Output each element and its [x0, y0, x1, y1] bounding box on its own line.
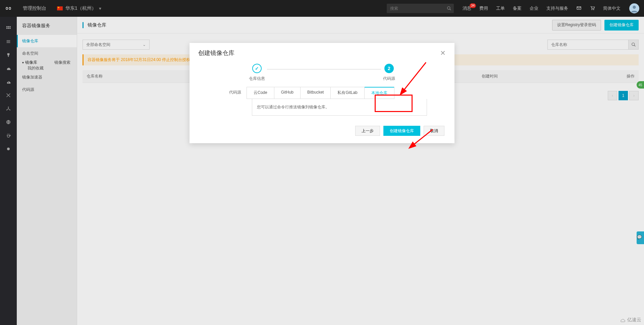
step-1: ✓ 仓库信息 — [249, 64, 265, 82]
aliyun-logo[interactable] — [0, 5, 17, 11]
step-connector — [267, 69, 381, 69]
nav-filing[interactable]: 备案 — [509, 5, 526, 11]
nav-enterprise[interactable]: 企业 — [526, 5, 542, 11]
mail-icon[interactable] — [572, 5, 586, 12]
svg-line-3 — [450, 9, 451, 10]
svg-point-7 — [633, 6, 636, 9]
prev-step-button[interactable]: 上一步 — [355, 126, 380, 136]
svg-point-5 — [592, 9, 592, 10]
watermark: 亿速云 — [619, 317, 641, 323]
svg-point-2 — [447, 7, 450, 9]
global-search[interactable] — [387, 4, 454, 13]
cart-icon[interactable] — [586, 5, 599, 12]
tab-private-gitlab[interactable]: 私有GitLab — [331, 87, 364, 99]
region-selector[interactable]: 华东1（杭州） ▾ — [52, 5, 106, 11]
svg-point-6 — [593, 9, 594, 10]
nav-billing[interactable]: 费用 — [475, 5, 492, 11]
create-repo-modal: 创建镜像仓库 ✕ ✓ 仓库信息 2 代码源 代码源 云Code GitHub B… — [190, 43, 454, 143]
codesource-tabs: 云Code GitHub Bitbucket 私有GitLab 本地仓库 — [247, 87, 394, 99]
flag-icon — [57, 6, 63, 10]
region-name: 华东1（杭州） — [65, 5, 96, 11]
chevron-down-icon: ▾ — [99, 6, 101, 11]
search-icon[interactable] — [444, 6, 454, 11]
check-icon: ✓ — [252, 64, 262, 73]
step-2-bubble: 2 — [384, 64, 394, 73]
search-input[interactable] — [387, 6, 444, 11]
tab-cloud-code[interactable]: 云Code — [247, 87, 274, 99]
local-desc: 您可以通过命令行推送镜像到镜像仓库。 — [252, 99, 427, 116]
modal-mask: 创建镜像仓库 ✕ ✓ 仓库信息 2 代码源 代码源 云Code GitHub B… — [0, 17, 644, 325]
top-bar: 管理控制台 华东1（杭州） ▾ 消息 34 费用 工单 备案 企业 支持与服务 … — [0, 0, 644, 17]
user-avatar[interactable] — [629, 3, 639, 13]
codesource-row: 代码源 云Code GitHub Bitbucket 私有GitLab 本地仓库 — [190, 82, 454, 99]
console-label: 管理控制台 — [17, 5, 52, 11]
step-indicator: ✓ 仓库信息 2 代码源 — [190, 60, 454, 82]
modal-title: 创建镜像仓库 — [198, 49, 234, 57]
close-icon[interactable]: ✕ — [440, 49, 446, 57]
svg-rect-1 — [9, 7, 11, 9]
cancel-button[interactable]: 取消 — [424, 126, 444, 136]
tab-local[interactable]: 本地仓库 — [365, 87, 394, 99]
nav-ticket[interactable]: 工单 — [492, 5, 509, 11]
nav-messages[interactable]: 消息 34 — [459, 5, 475, 11]
nav-support[interactable]: 支持与服务 — [542, 5, 572, 11]
modal-create-button[interactable]: 创建镜像仓库 — [383, 126, 420, 136]
nav-language[interactable]: 简体中文 — [599, 5, 625, 11]
modal-footer: 上一步 创建镜像仓库 取消 — [190, 116, 454, 143]
tab-github[interactable]: GitHub — [274, 87, 301, 99]
tab-bitbucket[interactable]: Bitbucket — [301, 87, 331, 99]
codesource-label: 代码源 — [200, 87, 247, 99]
svg-rect-0 — [6, 7, 8, 9]
step-2: 2 代码源 — [383, 64, 395, 82]
